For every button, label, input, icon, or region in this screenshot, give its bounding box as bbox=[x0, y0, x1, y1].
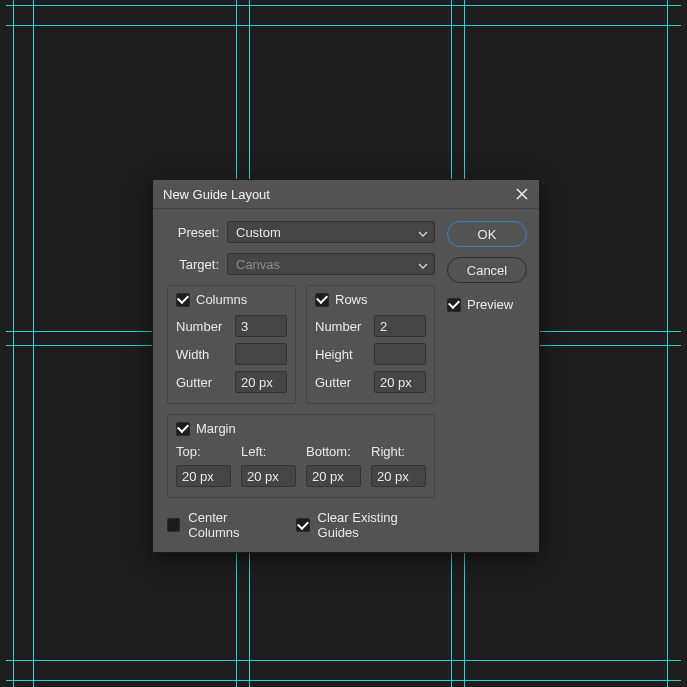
columns-group: Columns Number Width Gutter bbox=[167, 285, 296, 404]
preview-label: Preview bbox=[467, 297, 513, 312]
guide-horizontal bbox=[6, 25, 681, 26]
close-button[interactable] bbox=[513, 185, 531, 203]
rows-checkbox[interactable] bbox=[315, 293, 329, 307]
margin-top-label: Top: bbox=[176, 444, 201, 459]
margin-left-input[interactable] bbox=[241, 465, 296, 487]
guide-vertical bbox=[13, 0, 14, 687]
margin-bottom-label: Bottom: bbox=[306, 444, 351, 459]
dialog-title: New Guide Layout bbox=[163, 187, 270, 202]
target-value: Canvas bbox=[236, 257, 280, 272]
columns-gutter-label: Gutter bbox=[176, 375, 212, 390]
columns-checkbox[interactable] bbox=[176, 293, 190, 307]
guide-vertical bbox=[33, 0, 34, 687]
margin-top-input[interactable] bbox=[176, 465, 231, 487]
clear-guides-checkbox[interactable] bbox=[296, 518, 309, 532]
margin-group: Margin Top: Left: Bottom: bbox=[167, 414, 435, 498]
chevron-down-icon bbox=[418, 259, 428, 269]
chevron-down-icon bbox=[418, 227, 428, 237]
guide-horizontal bbox=[6, 5, 681, 6]
guide-horizontal bbox=[6, 660, 681, 661]
rows-height-input[interactable] bbox=[374, 343, 426, 365]
columns-gutter-input[interactable] bbox=[235, 371, 287, 393]
center-columns-label: Center Columns bbox=[188, 510, 276, 540]
rows-number-label: Number bbox=[315, 319, 361, 334]
rows-label: Rows bbox=[335, 292, 368, 307]
cancel-button[interactable]: Cancel bbox=[447, 257, 527, 283]
rows-number-input[interactable] bbox=[374, 315, 426, 337]
target-label: Target: bbox=[167, 257, 227, 272]
guide-vertical bbox=[667, 0, 668, 687]
columns-number-input[interactable] bbox=[235, 315, 287, 337]
rows-height-label: Height bbox=[315, 347, 353, 362]
margin-right-input[interactable] bbox=[371, 465, 426, 487]
columns-label: Columns bbox=[196, 292, 247, 307]
guide-horizontal bbox=[6, 680, 681, 681]
preset-select[interactable]: Custom bbox=[227, 221, 435, 243]
columns-number-label: Number bbox=[176, 319, 222, 334]
clear-guides-label: Clear Existing Guides bbox=[318, 510, 435, 540]
titlebar[interactable]: New Guide Layout bbox=[153, 180, 539, 209]
target-select[interactable]: Canvas bbox=[227, 253, 435, 275]
center-columns-checkbox[interactable] bbox=[167, 518, 180, 532]
rows-gutter-input[interactable] bbox=[374, 371, 426, 393]
new-guide-layout-dialog: New Guide Layout Preset: Custom Target: … bbox=[152, 179, 540, 553]
preview-checkbox[interactable] bbox=[447, 298, 461, 312]
margin-checkbox[interactable] bbox=[176, 422, 190, 436]
preset-value: Custom bbox=[236, 225, 281, 240]
margin-right-label: Right: bbox=[371, 444, 405, 459]
columns-width-label: Width bbox=[176, 347, 209, 362]
preset-label: Preset: bbox=[167, 225, 227, 240]
ok-button[interactable]: OK bbox=[447, 221, 527, 247]
margin-label: Margin bbox=[196, 421, 236, 436]
margin-left-label: Left: bbox=[241, 444, 266, 459]
rows-group: Rows Number Height Gutter bbox=[306, 285, 435, 404]
columns-width-input[interactable] bbox=[235, 343, 287, 365]
rows-gutter-label: Gutter bbox=[315, 375, 351, 390]
close-icon bbox=[516, 188, 528, 200]
margin-bottom-input[interactable] bbox=[306, 465, 361, 487]
